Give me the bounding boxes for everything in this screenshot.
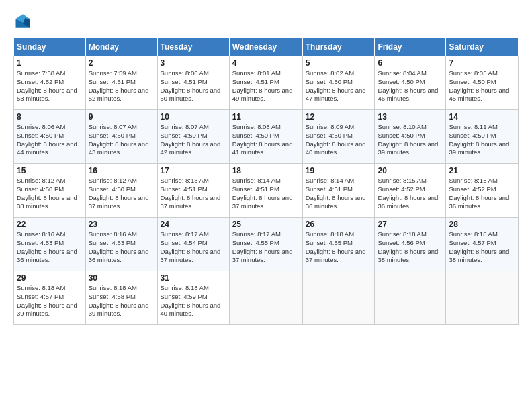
calendar-week-row: 15 Sunrise: 8:12 AM Sunset: 4:50 PM Dayl… xyxy=(14,164,519,218)
day-number: 17 xyxy=(161,166,226,175)
day-number: 26 xyxy=(306,220,372,229)
calendar-cell: 19 Sunrise: 8:14 AM Sunset: 4:51 PM Dayl… xyxy=(302,164,375,218)
calendar-header-row: SundayMondayTuesdayWednesdayThursdayFrid… xyxy=(14,38,519,56)
calendar-cell: 13 Sunrise: 8:10 AM Sunset: 4:50 PM Dayl… xyxy=(375,110,446,164)
calendar-cell: 24 Sunrise: 8:17 AM Sunset: 4:54 PM Dayl… xyxy=(157,218,229,271)
day-number: 18 xyxy=(232,166,300,175)
day-number: 13 xyxy=(378,112,443,122)
day-info: Sunrise: 8:06 AM Sunset: 4:50 PM Dayligh… xyxy=(17,123,83,157)
day-number: 16 xyxy=(89,166,154,175)
calendar-cell: 8 Sunrise: 8:06 AM Sunset: 4:50 PM Dayli… xyxy=(14,110,86,164)
day-info: Sunrise: 8:07 AM Sunset: 4:50 PM Dayligh… xyxy=(89,123,154,157)
day-info: Sunrise: 8:15 AM Sunset: 4:52 PM Dayligh… xyxy=(378,177,443,211)
calendar-cell: 3 Sunrise: 8:00 AM Sunset: 4:51 PM Dayli… xyxy=(157,56,229,110)
day-number: 31 xyxy=(161,273,226,283)
calendar-dow-wednesday: Wednesday xyxy=(229,38,302,56)
day-number: 24 xyxy=(161,220,226,229)
calendar-cell: 6 Sunrise: 8:04 AM Sunset: 4:50 PM Dayli… xyxy=(375,56,446,110)
calendar-cell: 1 Sunrise: 7:58 AM Sunset: 4:52 PM Dayli… xyxy=(14,56,86,110)
calendar-cell: 15 Sunrise: 8:12 AM Sunset: 4:50 PM Dayl… xyxy=(14,164,86,218)
calendar-cell xyxy=(446,271,519,325)
day-number: 12 xyxy=(306,112,372,122)
calendar-dow-monday: Monday xyxy=(85,38,157,56)
day-info: Sunrise: 8:14 AM Sunset: 4:51 PM Dayligh… xyxy=(306,177,372,211)
calendar-cell: 17 Sunrise: 8:13 AM Sunset: 4:51 PM Dayl… xyxy=(157,164,229,218)
day-info: Sunrise: 8:10 AM Sunset: 4:50 PM Dayligh… xyxy=(378,123,443,157)
day-number: 29 xyxy=(17,273,83,283)
calendar-cell: 10 Sunrise: 8:07 AM Sunset: 4:50 PM Dayl… xyxy=(157,110,229,164)
calendar-cell: 12 Sunrise: 8:09 AM Sunset: 4:50 PM Dayl… xyxy=(302,110,375,164)
calendar-cell xyxy=(375,271,446,325)
day-info: Sunrise: 8:13 AM Sunset: 4:51 PM Dayligh… xyxy=(161,177,226,211)
calendar-cell: 14 Sunrise: 8:11 AM Sunset: 4:50 PM Dayl… xyxy=(446,110,519,164)
day-info: Sunrise: 8:01 AM Sunset: 4:51 PM Dayligh… xyxy=(232,69,300,103)
calendar-cell: 5 Sunrise: 8:02 AM Sunset: 4:50 PM Dayli… xyxy=(302,56,375,110)
day-info: Sunrise: 8:17 AM Sunset: 4:54 PM Dayligh… xyxy=(161,230,226,265)
day-number: 11 xyxy=(232,112,300,122)
calendar-cell: 21 Sunrise: 8:15 AM Sunset: 4:52 PM Dayl… xyxy=(446,164,519,218)
day-info: Sunrise: 8:18 AM Sunset: 4:58 PM Dayligh… xyxy=(89,284,154,318)
calendar-dow-friday: Friday xyxy=(375,38,446,56)
day-number: 10 xyxy=(161,112,226,122)
calendar-cell: 28 Sunrise: 8:18 AM Sunset: 4:57 PM Dayl… xyxy=(446,218,519,271)
day-info: Sunrise: 8:17 AM Sunset: 4:55 PM Dayligh… xyxy=(232,230,300,265)
logo xyxy=(13,12,35,31)
day-number: 7 xyxy=(449,58,515,68)
calendar-cell: 18 Sunrise: 8:14 AM Sunset: 4:51 PM Dayl… xyxy=(229,164,302,218)
day-info: Sunrise: 7:58 AM Sunset: 4:52 PM Dayligh… xyxy=(17,69,83,103)
day-info: Sunrise: 8:18 AM Sunset: 4:55 PM Dayligh… xyxy=(306,230,372,265)
calendar-cell: 7 Sunrise: 8:05 AM Sunset: 4:50 PM Dayli… xyxy=(446,56,519,110)
day-number: 14 xyxy=(449,112,515,122)
calendar-cell: 11 Sunrise: 8:08 AM Sunset: 4:50 PM Dayl… xyxy=(229,110,302,164)
calendar-cell: 22 Sunrise: 8:16 AM Sunset: 4:53 PM Dayl… xyxy=(14,218,86,271)
day-info: Sunrise: 8:16 AM Sunset: 4:53 PM Dayligh… xyxy=(17,230,83,265)
calendar-cell: 2 Sunrise: 7:59 AM Sunset: 4:51 PM Dayli… xyxy=(85,56,157,110)
day-info: Sunrise: 8:04 AM Sunset: 4:50 PM Dayligh… xyxy=(378,69,443,103)
day-number: 9 xyxy=(89,112,154,122)
day-info: Sunrise: 8:18 AM Sunset: 4:56 PM Dayligh… xyxy=(378,230,443,265)
day-number: 8 xyxy=(17,112,83,122)
day-info: Sunrise: 8:12 AM Sunset: 4:50 PM Dayligh… xyxy=(89,177,154,211)
day-info: Sunrise: 8:18 AM Sunset: 4:57 PM Dayligh… xyxy=(449,230,515,265)
logo-icon xyxy=(13,12,32,31)
day-number: 6 xyxy=(378,58,443,68)
calendar-cell: 16 Sunrise: 8:12 AM Sunset: 4:50 PM Dayl… xyxy=(85,164,157,218)
day-info: Sunrise: 7:59 AM Sunset: 4:51 PM Dayligh… xyxy=(89,69,154,103)
day-number: 28 xyxy=(449,220,515,229)
calendar-week-row: 1 Sunrise: 7:58 AM Sunset: 4:52 PM Dayli… xyxy=(14,56,519,110)
day-number: 25 xyxy=(232,220,300,229)
day-number: 15 xyxy=(17,166,83,175)
calendar-cell: 26 Sunrise: 8:18 AM Sunset: 4:55 PM Dayl… xyxy=(302,218,375,271)
day-info: Sunrise: 8:15 AM Sunset: 4:52 PM Dayligh… xyxy=(449,177,515,211)
calendar-cell: 25 Sunrise: 8:17 AM Sunset: 4:55 PM Dayl… xyxy=(229,218,302,271)
day-number: 19 xyxy=(306,166,372,175)
day-info: Sunrise: 8:02 AM Sunset: 4:50 PM Dayligh… xyxy=(306,69,372,103)
day-info: Sunrise: 8:00 AM Sunset: 4:51 PM Dayligh… xyxy=(161,69,226,103)
day-number: 3 xyxy=(161,58,226,68)
calendar-cell xyxy=(302,271,375,325)
day-info: Sunrise: 8:09 AM Sunset: 4:50 PM Dayligh… xyxy=(306,123,372,157)
day-number: 21 xyxy=(449,166,515,175)
page: SundayMondayTuesdayWednesdayThursdayFrid… xyxy=(0,0,532,411)
calendar-week-row: 29 Sunrise: 8:18 AM Sunset: 4:57 PM Dayl… xyxy=(14,271,519,325)
day-number: 20 xyxy=(378,166,443,175)
calendar-cell: 4 Sunrise: 8:01 AM Sunset: 4:51 PM Dayli… xyxy=(229,56,302,110)
calendar-week-row: 22 Sunrise: 8:16 AM Sunset: 4:53 PM Dayl… xyxy=(14,218,519,271)
calendar-dow-sunday: Sunday xyxy=(14,38,86,56)
calendar-table: SundayMondayTuesdayWednesdayThursdayFrid… xyxy=(13,38,519,325)
day-info: Sunrise: 8:18 AM Sunset: 4:57 PM Dayligh… xyxy=(17,284,83,318)
day-number: 22 xyxy=(17,220,83,229)
day-info: Sunrise: 8:16 AM Sunset: 4:53 PM Dayligh… xyxy=(89,230,154,265)
calendar-cell: 9 Sunrise: 8:07 AM Sunset: 4:50 PM Dayli… xyxy=(85,110,157,164)
day-info: Sunrise: 8:05 AM Sunset: 4:50 PM Dayligh… xyxy=(449,69,515,103)
calendar-week-row: 8 Sunrise: 8:06 AM Sunset: 4:50 PM Dayli… xyxy=(14,110,519,164)
calendar-dow-tuesday: Tuesday xyxy=(157,38,229,56)
day-number: 27 xyxy=(378,220,443,229)
day-info: Sunrise: 8:12 AM Sunset: 4:50 PM Dayligh… xyxy=(17,177,83,211)
calendar-cell: 29 Sunrise: 8:18 AM Sunset: 4:57 PM Dayl… xyxy=(14,271,86,325)
header xyxy=(13,12,519,31)
calendar-dow-saturday: Saturday xyxy=(446,38,519,56)
day-info: Sunrise: 8:18 AM Sunset: 4:59 PM Dayligh… xyxy=(161,284,226,318)
day-number: 1 xyxy=(17,58,83,68)
calendar-cell xyxy=(229,271,302,325)
